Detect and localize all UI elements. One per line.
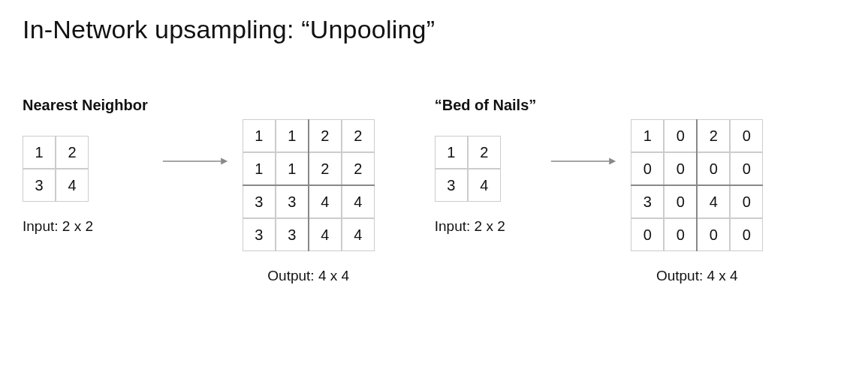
output-grid: 1 0 2 0 0 0 0 0 3 0 4 0 0 0 0 0	[631, 119, 763, 251]
cell: 1	[243, 152, 276, 185]
cell: 3	[243, 185, 276, 218]
cell: 0	[664, 185, 697, 218]
cell: 2	[697, 119, 730, 152]
grid-divider-horizontal	[243, 184, 375, 186]
cell: 2	[342, 152, 375, 185]
svg-marker-1	[221, 158, 228, 165]
cell: 3	[276, 218, 309, 251]
cell: 1	[23, 136, 56, 169]
cell: 2	[309, 152, 342, 185]
cell: 4	[697, 185, 730, 218]
grid-divider-horizontal	[631, 184, 763, 186]
cell: 2	[56, 136, 89, 169]
cell: 4	[309, 185, 342, 218]
cell: 2	[468, 136, 501, 169]
cell: 3	[276, 185, 309, 218]
cell: 4	[309, 218, 342, 251]
input-caption: Input: 2 x 2	[435, 218, 505, 235]
method-nearest-neighbor: Nearest Neighbor 1 2 3 4 Input: 2 x 2 .	[23, 97, 375, 284]
cell: 0	[697, 218, 730, 251]
arrow-icon	[550, 154, 617, 169]
method-title: Nearest Neighbor	[23, 97, 148, 115]
input-caption: Input: 2 x 2	[23, 218, 93, 235]
arrow-icon	[161, 154, 229, 169]
cell: 0	[730, 119, 763, 152]
cell: 0	[730, 218, 763, 251]
cell: 4	[468, 169, 501, 202]
output-caption: Output: 4 x 4	[631, 268, 763, 284]
method-title: “Bed of Nails”	[435, 97, 537, 115]
output-caption: Output: 4 x 4	[243, 268, 375, 284]
cell: 2	[342, 119, 375, 152]
method-bed-of-nails: “Bed of Nails” 1 2 3 4 Input: 2 x 2 . 1	[435, 97, 764, 284]
cell: 3	[23, 169, 56, 202]
svg-marker-3	[609, 158, 616, 165]
cell: 1	[276, 119, 309, 152]
input-grid: 1 2 3 4	[435, 136, 501, 202]
cell: 3	[243, 218, 276, 251]
input-grid: 1 2 3 4	[23, 136, 89, 202]
cell: 3	[631, 185, 664, 218]
cell: 3	[435, 169, 468, 202]
methods-row: Nearest Neighbor 1 2 3 4 Input: 2 x 2 .	[23, 97, 845, 284]
cell: 2	[309, 119, 342, 152]
cell: 1	[631, 119, 664, 152]
output-grid: 1 1 2 2 1 1 2 2 3 3 4 4 3 3 4 4	[243, 119, 375, 251]
cell: 4	[342, 218, 375, 251]
cell: 4	[342, 185, 375, 218]
cell: 0	[730, 185, 763, 218]
cell: 0	[664, 152, 697, 185]
cell: 1	[243, 119, 276, 152]
cell: 4	[56, 169, 89, 202]
cell: 0	[730, 152, 763, 185]
cell: 0	[631, 152, 664, 185]
cell: 1	[276, 152, 309, 185]
cell: 0	[664, 119, 697, 152]
cell: 0	[664, 218, 697, 251]
cell: 0	[697, 152, 730, 185]
page-title: In-Network upsampling: “Unpooling”	[23, 15, 845, 44]
cell: 1	[435, 136, 468, 169]
cell: 0	[631, 218, 664, 251]
